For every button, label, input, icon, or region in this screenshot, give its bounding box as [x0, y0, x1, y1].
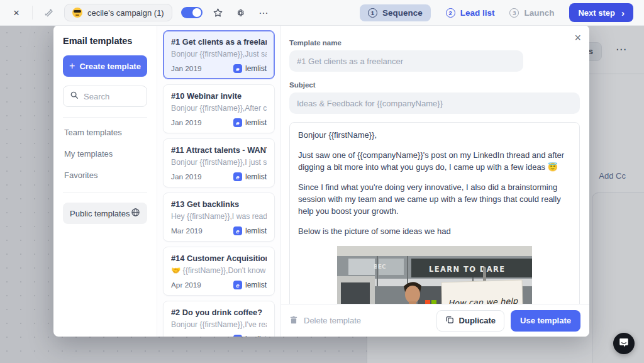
template-card-date: Apr 2019: [171, 281, 201, 289]
header-more-icon[interactable]: ⋯: [257, 6, 270, 20]
template-card-title: #11 Attract talents - WANTED: [171, 145, 267, 155]
template-search-box[interactable]: [63, 86, 147, 107]
step-number: 3: [509, 8, 519, 18]
create-template-button[interactable]: + Create template: [63, 55, 147, 77]
sidebar-item-my-templates[interactable]: My templates: [64, 149, 146, 159]
duplicate-label: Duplicate: [459, 316, 496, 325]
template-card[interactable]: #1 Get clients as a freelancer Bonjour {…: [163, 30, 275, 79]
source-label: lemlist: [245, 226, 267, 235]
sidebar-divider: [63, 192, 147, 193]
duplicate-button[interactable]: Duplicate: [436, 310, 505, 332]
campaign-emoji: [72, 8, 82, 18]
template-card-title: #10 Webinar invite: [171, 91, 267, 101]
template-card-meta: Apr 2019 e lemlist: [171, 281, 267, 289]
template-card-source: e lemlist: [233, 226, 267, 235]
campaign-name-pill[interactable]: cecile's campaign (1): [64, 4, 172, 21]
template-card-source: e lemlist: [233, 281, 267, 289]
tab-sequence[interactable]: 1 Sequence: [360, 4, 431, 21]
campaign-active-toggle[interactable]: [181, 7, 203, 18]
sidebar-divider: [63, 117, 147, 118]
subject-label: Subject: [289, 81, 580, 89]
template-list: #1 Get clients as a freelancer Bonjour {…: [157, 25, 281, 337]
trash-icon: [289, 315, 298, 327]
step-number: 1: [368, 8, 377, 18]
tab-launch: 3 Launch: [509, 8, 554, 18]
globe-icon: [131, 208, 140, 219]
template-name-input[interactable]: [289, 50, 523, 72]
template-card-title: #2 Do you drink coffee?: [171, 308, 267, 317]
photo-sign-text: LEARN TO DARE: [429, 265, 506, 274]
template-card-meta: Jan 2019 e lemlist: [171, 335, 267, 337]
template-card[interactable]: #14 Customer Acquisition 🤝 {{firstName}}…: [163, 247, 275, 296]
close-modal-icon[interactable]: ×: [574, 32, 581, 43]
tab-lead-list[interactable]: 2 Lead list: [446, 8, 495, 18]
template-card-preview: 🤝 {{firstName}},Don't know i...: [171, 266, 267, 275]
template-card-date: Jan 2019: [171, 64, 202, 73]
plus-icon: +: [69, 60, 75, 72]
lemlist-logo-icon: e: [233, 172, 242, 181]
template-card[interactable]: #11 Attract talents - WANTED Bonjour {{f…: [163, 138, 275, 187]
template-card-source: e lemlist: [233, 64, 267, 73]
header-divider: [32, 6, 33, 20]
template-card[interactable]: #13 Get backlinks Hey {{firstName}},I wa…: [163, 193, 275, 242]
template-name-label: Template name: [289, 39, 580, 47]
template-card-title: #13 Get backlinks: [171, 199, 267, 209]
sidebar-item-team-templates[interactable]: Team templates: [64, 128, 146, 137]
template-card-date: Mar 2019: [171, 226, 203, 235]
delete-template-button[interactable]: Delete template: [289, 315, 361, 327]
template-card-meta: Jan 2019 e lemlist: [171, 118, 267, 127]
source-label: lemlist: [245, 64, 267, 73]
step-label: Sequence: [382, 8, 423, 18]
email-templates-modal: Email templates + Create template Team t…: [53, 25, 589, 337]
body-paragraph: Below is the picture of some ideas we ha…: [298, 226, 571, 238]
photo-sign-partial: BEC: [374, 264, 386, 270]
template-detail-panel: × Template name Subject Bonjour {{firstN…: [281, 25, 589, 337]
create-template-label: Create template: [79, 62, 141, 71]
template-card-source: e lemlist: [233, 172, 267, 181]
subject-input[interactable]: [289, 92, 580, 114]
close-campaign-icon[interactable]: ×: [9, 6, 23, 20]
search-icon: [70, 91, 79, 102]
template-card-source: e lemlist: [233, 335, 267, 337]
edit-campaign-icon[interactable]: [42, 6, 55, 20]
template-card-meta: Jan 2019 e lemlist: [171, 172, 267, 181]
embedded-photo: BEC LEARN TO DARE: [337, 246, 532, 309]
template-card-meta: Jan 2019 e lemlist: [171, 64, 267, 73]
lemlist-logo-icon: e: [233, 118, 242, 127]
template-card-preview: Hey {{firstName}},I was readin...: [171, 212, 267, 221]
modal-title: Email templates: [63, 36, 147, 46]
search-input[interactable]: [84, 92, 140, 101]
sidebar-item-favorites[interactable]: Favorites: [64, 170, 146, 180]
template-card-source: e lemlist: [233, 118, 267, 127]
body-paragraph: Since I find what you're doing very inno…: [298, 182, 571, 218]
chat-bubble-icon: [618, 337, 630, 350]
delete-template-label: Delete template: [304, 316, 361, 325]
copy-icon: [445, 315, 454, 326]
source-label: lemlist: [245, 172, 267, 181]
source-label: lemlist: [245, 118, 267, 127]
settings-gear-icon[interactable]: [234, 6, 248, 20]
template-card-date: Jan 2019: [171, 118, 202, 127]
template-card-date: Jan 2019: [171, 335, 202, 337]
step-label: Lead list: [460, 8, 495, 18]
templates-sidebar: Email templates + Create template Team t…: [53, 25, 157, 337]
top-bar: × cecile's campaign (1) ⋯ 1 Sequ: [0, 0, 644, 26]
lemlist-logo-icon: e: [233, 226, 242, 235]
public-templates-label: Public templates: [70, 209, 130, 218]
lemlist-logo-icon: e: [233, 335, 242, 337]
template-card-preview: Bonjour {{firstName}},I've reac...: [171, 320, 267, 329]
chat-launcher-button[interactable]: [613, 333, 635, 354]
sidebar-item-public-templates[interactable]: Public templates: [63, 203, 147, 224]
chevron-right-icon: ›: [621, 8, 625, 18]
next-step-button[interactable]: Next step ›: [569, 3, 633, 22]
email-body-editor[interactable]: Bonjour {{firstName}}, Just saw one of {…: [289, 122, 580, 309]
template-card[interactable]: #2 Do you drink coffee? Bonjour {{firstN…: [163, 301, 275, 337]
template-card-meta: Mar 2019 e lemlist: [171, 226, 267, 235]
star-icon[interactable]: [211, 6, 225, 20]
modal-footer: Delete template Duplicate Use template: [281, 304, 589, 337]
next-step-label: Next step: [578, 8, 615, 18]
use-template-button[interactable]: Use template: [511, 310, 580, 332]
template-card-preview: Bonjour {{firstName}},Just saw...: [171, 50, 267, 59]
template-card[interactable]: #10 Webinar invite Bonjour {{firstName}}…: [163, 84, 275, 133]
source-label: lemlist: [245, 335, 267, 337]
